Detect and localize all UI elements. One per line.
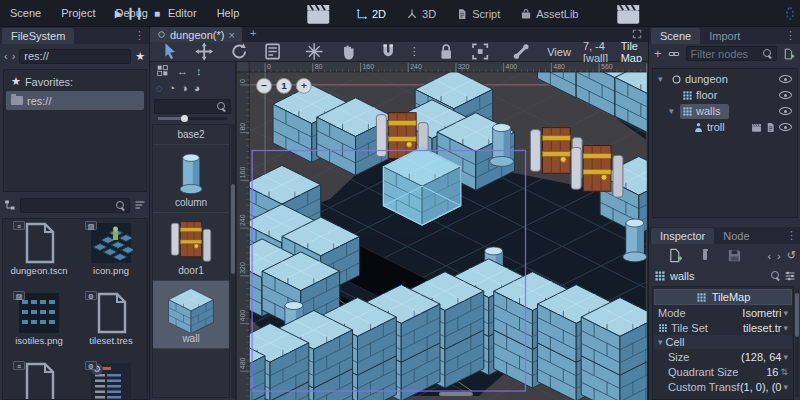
flip-horizontal-icon[interactable]: ↔: [177, 65, 188, 77]
tab-node[interactable]: Node: [714, 228, 758, 244]
tilemap-icon: [614, 46, 615, 58]
section-cell[interactable]: ▾Cell: [654, 335, 792, 349]
svg-text:160: 160: [362, 63, 374, 70]
attach-script-icon[interactable]: [783, 48, 795, 60]
file-item-isotiles.png[interactable]: ▨isotiles.png: [3, 289, 75, 359]
dock-menu-icon[interactable]: ⋮: [134, 29, 145, 42]
visibility-eye-icon[interactable]: [779, 123, 792, 131]
favorite-star-icon[interactable]: ★: [135, 50, 145, 63]
load-resource-icon[interactable]: [703, 251, 707, 260]
file-item-tileset.tres[interactable]: ⚙tileset.tres: [75, 289, 147, 359]
path-field[interactable]: res://: [19, 49, 131, 64]
tile-palette: ↔ ↕ ◌ ◔ ◑ ◕ base2columndoor1wall: [150, 62, 236, 400]
list-select-tool-icon[interactable]: [259, 42, 287, 61]
tree-node-walls[interactable]: ▾walls: [655, 103, 795, 119]
nav-back-button[interactable]: ‹: [4, 50, 8, 62]
property-tools-icon[interactable]: [784, 270, 796, 282]
tab-inspector[interactable]: Inspector: [651, 228, 714, 244]
property-tile-set[interactable]: Tile Settileset.tr▾: [654, 320, 792, 335]
move-tool-icon[interactable]: [190, 42, 218, 61]
icon-zoom-slider[interactable]: [158, 117, 227, 120]
pan-tool-icon[interactable]: [334, 42, 362, 61]
file-item[interactable]: ≡: [3, 359, 75, 400]
menu-scene[interactable]: Scene: [0, 7, 51, 19]
snap-options-icon[interactable]: ⋮: [409, 45, 420, 58]
tree-node-floor[interactable]: floor: [655, 87, 795, 103]
file-item-icon.png[interactable]: ▨icon.png: [75, 219, 147, 289]
view-menu[interactable]: View: [547, 46, 571, 58]
scene-tab-bar: dungeon(*) × +: [150, 27, 648, 42]
svg-text:400: 400: [506, 63, 518, 70]
tilemap-menu[interactable]: Tile Map: [621, 40, 642, 64]
favorite-res-folder[interactable]: res://: [6, 91, 144, 110]
dock-menu-icon[interactable]: ⋮: [786, 229, 797, 242]
file-name: icon.png: [93, 265, 129, 276]
distraction-free-icon[interactable]: [632, 29, 642, 39]
nav-forward-button[interactable]: ›: [12, 50, 16, 62]
file-filter-input[interactable]: [20, 198, 130, 213]
property-size[interactable]: Size(128, 64▾: [654, 349, 792, 364]
new-resource-icon[interactable]: [654, 248, 697, 263]
canvas-viewport[interactable]: 0801602403204004805606400801602403204004…: [236, 62, 648, 400]
tile-column[interactable]: column: [153, 145, 229, 213]
history-forward-icon[interactable]: ›: [777, 250, 781, 262]
property-custom-transf[interactable]: Custom Transf(1, 0), (0▾: [654, 379, 792, 394]
tile-search-input[interactable]: [154, 99, 231, 114]
rotate-180-icon[interactable]: ◑: [181, 82, 188, 94]
visibility-eye-icon[interactable]: [779, 107, 792, 115]
scene-icon: [157, 30, 166, 39]
search-icon: [217, 102, 226, 111]
search-property-icon[interactable]: [771, 271, 780, 280]
smart-snap-icon[interactable]: [300, 42, 328, 61]
tile-wall[interactable]: wall: [153, 281, 229, 349]
add-node-button[interactable]: +: [654, 46, 662, 61]
paint-tile-icon[interactable]: [156, 64, 169, 77]
tab-filesystem[interactable]: FileSystem: [2, 28, 74, 44]
filter-nodes-input[interactable]: Filter nodes: [686, 46, 777, 61]
snap-grid-icon[interactable]: [374, 42, 402, 61]
history-back-icon[interactable]: ‹: [767, 250, 771, 262]
rotate-270-icon[interactable]: ◕: [194, 82, 201, 94]
palette-scrollbar[interactable]: [231, 124, 235, 398]
tree-node-troll[interactable]: troll: [655, 119, 795, 135]
stop-button[interactable]: ■: [154, 8, 160, 19]
pause-button[interactable]: ▎▎: [130, 8, 147, 19]
file-type-badge: ≡: [13, 221, 25, 230]
play-custom-scene-button[interactable]: [477, 0, 780, 27]
inspector-scrollbar[interactable]: [795, 289, 799, 397]
lock-object-icon[interactable]: [432, 42, 460, 61]
close-tab-icon[interactable]: ×: [228, 29, 234, 41]
play-scene-button[interactable]: [167, 0, 470, 27]
svg-text:320: 320: [458, 63, 470, 70]
tile-base2[interactable]: base2: [153, 125, 229, 145]
dock-menu-icon[interactable]: ⋮: [785, 29, 796, 42]
rotate-0-icon[interactable]: ◌: [156, 82, 163, 94]
play-button[interactable]: ▶: [115, 8, 123, 19]
visibility-eye-icon[interactable]: [779, 91, 792, 99]
toggle-split-mode-icon[interactable]: [4, 199, 16, 211]
visibility-eye-icon[interactable]: [779, 75, 792, 83]
skeleton-options-icon[interactable]: [507, 42, 535, 61]
tab-scene[interactable]: Scene: [651, 28, 700, 44]
property-quadrant-size[interactable]: Quadrant Size16⇅: [654, 364, 792, 379]
svg-text:560: 560: [601, 63, 613, 70]
tab-import[interactable]: Import: [700, 28, 749, 44]
new-scene-tab-button[interactable]: +: [242, 27, 264, 42]
scene-tab-dungeon[interactable]: dungeon(*) ×: [150, 27, 242, 42]
save-resource-icon[interactable]: [713, 248, 756, 263]
group-object-icon[interactable]: [466, 42, 494, 61]
tile-door1[interactable]: door1: [153, 213, 229, 281]
flip-vertical-icon[interactable]: ↕: [196, 65, 202, 77]
rotate-90-icon[interactable]: ◔: [169, 82, 176, 94]
property-mode[interactable]: ModeIsometri▾: [654, 305, 792, 320]
file-item-dungeon.tscn[interactable]: ≡dungeon.tscn: [3, 219, 75, 289]
instance-scene-icon[interactable]: [668, 48, 680, 60]
category-tilemap: TileMap: [654, 289, 792, 305]
object-history-icon[interactable]: ↺: [787, 249, 796, 262]
select-tool-icon[interactable]: [156, 42, 184, 61]
file-item[interactable]: ⚙⚙: [75, 359, 147, 400]
sort-files-icon[interactable]: [134, 199, 146, 211]
tree-node-dungeon[interactable]: ▾dungeon: [655, 71, 795, 87]
rotate-tool-icon[interactable]: [225, 42, 253, 61]
menu-project[interactable]: Project: [51, 7, 105, 19]
